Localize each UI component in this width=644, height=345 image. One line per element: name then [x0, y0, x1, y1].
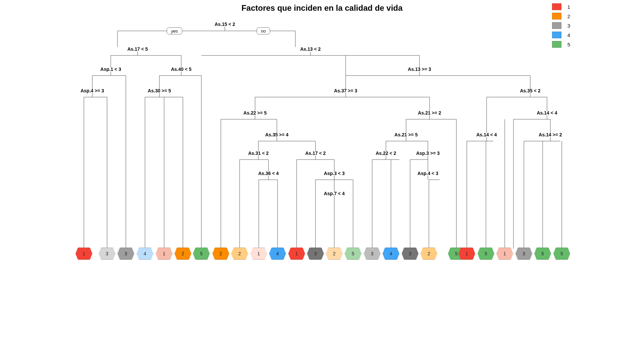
leaf-node: 2: [420, 248, 437, 260]
diagram-stage: Factores que inciden en la calidad de vi…: [67, 0, 577, 273]
leaf-node: 1: [288, 248, 305, 260]
leaf-node: 3: [515, 248, 532, 260]
node-cond: As.30 >= 5: [148, 88, 171, 93]
leaf-node: 4: [383, 248, 399, 260]
node-cond: As.40 < 5: [171, 67, 191, 72]
node-cond: As.36 < 4: [258, 171, 279, 176]
node-cond: Asp.3 < 3: [324, 171, 345, 176]
legend-label: 2: [567, 13, 570, 19]
leaf-node: 5: [534, 248, 551, 260]
leaf-node: 2: [326, 248, 343, 260]
node-cond: As.17 < 2: [305, 150, 326, 156]
node-cond: As.14 >= 2: [539, 132, 562, 137]
node-cond: As.21 >= 2: [418, 110, 441, 116]
legend-swatch: [552, 32, 561, 38]
node-cond: As.13 < 2: [300, 46, 320, 52]
legend-swatch: [552, 41, 561, 48]
leaf-node: 1: [458, 248, 475, 260]
node-root: As.15 < 2: [214, 21, 235, 27]
leaf-node: 5: [345, 248, 361, 260]
leaf-node: 3: [364, 248, 381, 260]
node-cond: As.35 >= 4: [265, 132, 288, 137]
node-cond: As.37 >= 3: [334, 88, 357, 93]
leaf-node: 5: [478, 248, 494, 260]
node-cond: Asp.3 >= 3: [416, 150, 440, 156]
leaf-node: 2: [175, 248, 191, 260]
legend-item: 4: [552, 32, 570, 38]
leaf-node: 1: [250, 248, 267, 260]
legend-swatch: [552, 3, 561, 10]
leaf-node: 4: [269, 248, 286, 260]
node-cond: As.14 < 4: [537, 110, 557, 116]
legend-label: 3: [567, 23, 570, 29]
leaf-node: 2: [212, 248, 229, 260]
legend-swatch: [552, 22, 561, 29]
node-cond: Asp.1 < 3: [100, 67, 121, 72]
node-cond: Asp.4 >= 3: [81, 88, 104, 93]
legend-item: 2: [552, 13, 570, 19]
node-cond: As.21 >= 5: [394, 132, 417, 137]
leaf-node: 1: [76, 248, 92, 260]
leaf-node: 5: [193, 248, 210, 260]
leaf-node: 5: [553, 248, 570, 260]
leaf-node: 2: [231, 248, 248, 260]
yes-box: yes: [167, 28, 182, 35]
legend-label: 5: [567, 42, 570, 47]
node-cond: Asp.4 < 3: [417, 171, 438, 176]
node-cond: As.14 < 4: [476, 132, 497, 137]
no-box: no: [257, 28, 270, 35]
node-cond: As.13 >= 3: [408, 67, 431, 72]
node-cond: As.31 < 2: [248, 150, 268, 156]
leaf-node: 1: [496, 248, 513, 260]
legend-label: 1: [567, 4, 570, 10]
leaf-node: 1: [156, 248, 172, 260]
node-cond: As.22 >= 5: [243, 110, 266, 116]
node-cond: As.35 < 2: [520, 88, 540, 93]
legend-item: 5: [552, 41, 570, 48]
legend-item: 3: [552, 22, 570, 29]
node-cond: As.17 < 5: [127, 46, 148, 52]
legend-swatch: [552, 13, 561, 19]
legend-label: 4: [567, 32, 570, 38]
leaf-node: 4: [137, 248, 153, 260]
leaf-node: 3: [99, 248, 115, 260]
leaf-node: 3: [307, 248, 324, 260]
tree-edges: [67, 0, 577, 273]
leaf-node: 3: [402, 248, 418, 260]
legend: 1 2 3 4 5: [552, 3, 570, 50]
legend-item: 1: [552, 3, 570, 10]
leaf-node: 3: [117, 248, 134, 260]
node-cond: Asp.7 < 4: [324, 191, 345, 196]
node-cond: As.22 < 2: [376, 150, 396, 156]
